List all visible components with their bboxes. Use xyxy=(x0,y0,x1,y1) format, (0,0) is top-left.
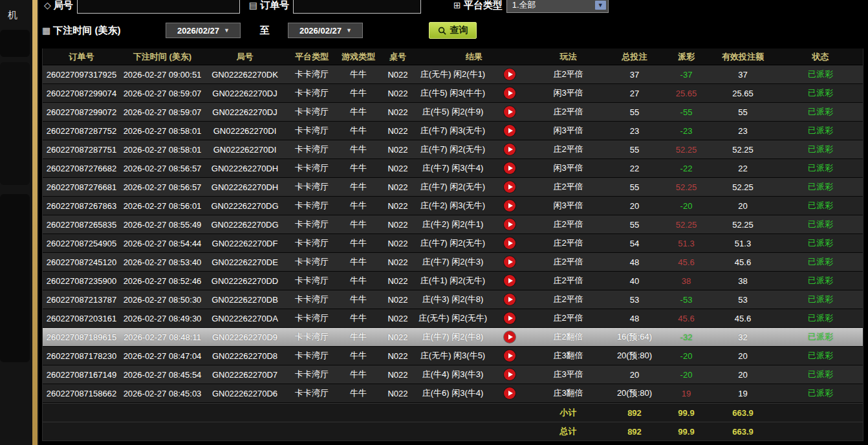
status-badge: 已派彩 xyxy=(777,234,864,252)
play-icon xyxy=(504,256,515,268)
cell-order-no: 260227087287751 xyxy=(43,140,120,158)
sidebar: 机 xyxy=(0,0,39,445)
cell-round-no: GN022262270D8 xyxy=(204,347,285,365)
cell-order-no: 260227087254905 xyxy=(43,234,120,252)
date-from-button[interactable]: 2026/02/27 ▼ xyxy=(166,23,241,38)
table-row[interactable]: 260227087287751 2026-02-27 08:58:01 GN02… xyxy=(43,140,863,159)
cell-result: 庄(牛2) 闲2(牛1) xyxy=(417,215,488,233)
cell-platform-type: 卡卡湾厅 xyxy=(285,328,338,346)
play-icon xyxy=(504,181,515,193)
cell-table-no: N022 xyxy=(378,140,417,158)
play-icon xyxy=(504,387,515,399)
cell-game-type: 牛牛 xyxy=(338,328,378,346)
table-row[interactable]: 260227087213787 2026-02-27 08:50:30 GN02… xyxy=(43,290,863,309)
cell-payout: 45.6 xyxy=(664,253,709,271)
replay-button[interactable] xyxy=(488,159,531,177)
play-icon xyxy=(504,275,515,287)
table-row[interactable]: 260227087287752 2026-02-27 08:58:01 GN02… xyxy=(43,122,863,140)
table-row[interactable]: 260227087276682 2026-02-27 08:56:57 GN02… xyxy=(43,159,863,178)
status-badge: 已派彩 xyxy=(777,309,864,327)
cell-payout: -23 xyxy=(664,122,709,140)
cell-total-bet: 37 xyxy=(605,65,664,83)
status-badge: 已派彩 xyxy=(777,365,864,384)
replay-button[interactable] xyxy=(488,65,531,83)
table-row[interactable]: 260227087299074 2026-02-27 08:59:07 GN02… xyxy=(43,84,863,103)
round-input[interactable] xyxy=(77,0,240,14)
cell-play-type: 庄2平倍 xyxy=(531,140,605,158)
replay-button[interactable] xyxy=(488,215,531,233)
cell-bet-time: 2026-02-27 08:49:30 xyxy=(120,309,204,327)
table-row[interactable]: 260227087267863 2026-02-27 08:56:01 GN02… xyxy=(43,197,863,215)
cell-table-no: N022 xyxy=(378,347,417,365)
cell-table-no: N022 xyxy=(378,272,417,290)
replay-button[interactable] xyxy=(488,84,531,102)
search-button[interactable]: 查询 xyxy=(429,22,477,39)
table-row[interactable]: 260227087189615 2026-02-27 08:48:11 GN02… xyxy=(43,328,863,347)
cell-play-type: 庄3平倍 xyxy=(531,365,605,384)
cell-round-no: GN022262270DH xyxy=(204,178,285,196)
table-row[interactable]: 260227087245120 2026-02-27 08:53:40 GN02… xyxy=(43,253,863,272)
cell-table-no: N022 xyxy=(378,178,417,196)
table-row[interactable]: 260227087265835 2026-02-27 08:55:49 GN02… xyxy=(43,215,863,234)
cell-play-type: 庄2平倍 xyxy=(531,215,605,233)
platform-select[interactable]: 1.全部 ▼ xyxy=(506,0,609,13)
replay-button[interactable] xyxy=(488,178,531,196)
cell-total-bet: 55 xyxy=(605,140,664,158)
cell-round-no: GN022262270DJ xyxy=(204,103,285,121)
cell-order-no: 260227097317925 xyxy=(43,65,120,83)
replay-button[interactable] xyxy=(488,272,531,290)
platform-select-value: 1.全部 xyxy=(512,0,536,11)
status-badge: 已派彩 xyxy=(777,178,864,196)
date-to-value: 2026/02/27 xyxy=(299,26,342,36)
table-row[interactable]: 260227087203161 2026-02-27 08:49:30 GN02… xyxy=(43,309,863,328)
cell-round-no: GN022262270DE xyxy=(204,253,285,271)
table-row[interactable]: 260227087178230 2026-02-27 08:47:04 GN02… xyxy=(43,347,863,365)
table-row[interactable]: 260227087276681 2026-02-27 08:56:57 GN02… xyxy=(43,178,863,197)
cell-platform-type: 卡卡湾厅 xyxy=(285,309,338,327)
replay-button[interactable] xyxy=(488,365,531,384)
cell-payout: -32 xyxy=(664,328,709,346)
replay-button[interactable] xyxy=(488,384,531,402)
cell-platform-type: 卡卡湾厅 xyxy=(285,140,338,158)
table-row[interactable]: 260227087158662 2026-02-27 08:45:03 GN02… xyxy=(43,384,863,403)
cell-game-type: 牛牛 xyxy=(338,365,378,384)
table-row[interactable]: 260227087167149 2026-02-27 08:45:54 GN02… xyxy=(43,365,863,384)
cell-platform-type: 卡卡湾厅 xyxy=(285,347,338,365)
play-icon xyxy=(504,294,515,305)
replay-button[interactable] xyxy=(488,122,531,140)
replay-button[interactable] xyxy=(488,197,531,215)
date-to-button[interactable]: 2026/02/27 ▼ xyxy=(288,23,363,38)
cell-total-bet: 55 xyxy=(605,178,664,196)
table-row[interactable]: 260227087299072 2026-02-27 08:59:07 GN02… xyxy=(43,103,863,122)
cell-platform-type: 卡卡湾厅 xyxy=(285,215,338,233)
replay-button[interactable] xyxy=(488,328,531,346)
cell-valid-bet: 20 xyxy=(709,197,777,215)
table-row[interactable]: 260227087254905 2026-02-27 08:54:44 GN02… xyxy=(43,234,863,253)
replay-button[interactable] xyxy=(488,103,531,121)
search-button-label: 查询 xyxy=(450,25,468,36)
cell-table-no: N022 xyxy=(378,384,417,402)
replay-button[interactable] xyxy=(488,290,531,309)
cell-total-bet: 16(预:64) xyxy=(605,328,664,346)
cell-play-type: 庄2平倍 xyxy=(531,290,605,309)
cell-round-no: GN022262270DI xyxy=(204,122,285,140)
replay-button[interactable] xyxy=(488,234,531,252)
cell-result: 庄(牛5) 闲2(牛9) xyxy=(417,103,488,121)
replay-button[interactable] xyxy=(488,140,531,158)
cell-play-type: 庄2翻倍 xyxy=(531,328,605,346)
cell-platform-type: 卡卡湾厅 xyxy=(285,103,338,121)
replay-button[interactable] xyxy=(488,309,531,327)
cell-bet-time: 2026-02-27 08:56:01 xyxy=(120,197,204,215)
table-row[interactable]: 260227097317925 2026-02-27 09:00:51 GN02… xyxy=(43,65,863,84)
status-badge: 已派彩 xyxy=(777,347,864,365)
order-input[interactable] xyxy=(293,0,421,14)
filter-row-2: ▦ 下注时间 (美东) 2026/02/27 ▼ 至 2026/02/27 ▼ … xyxy=(42,21,477,39)
cell-round-no: GN022262270D7 xyxy=(204,365,285,384)
table-row[interactable]: 260227087235900 2026-02-27 08:52:46 GN02… xyxy=(43,272,863,290)
status-badge: 已派彩 xyxy=(777,103,864,121)
bet-records-screen: 机 ◇ 局号 ▤ 订单号 ⊞ 平台类型 1.全部 ▼ ▦ xyxy=(0,0,868,445)
cell-order-no: 260227087265835 xyxy=(43,215,120,233)
status-badge: 已派彩 xyxy=(777,65,864,83)
replay-button[interactable] xyxy=(488,347,531,365)
replay-button[interactable] xyxy=(488,253,531,271)
